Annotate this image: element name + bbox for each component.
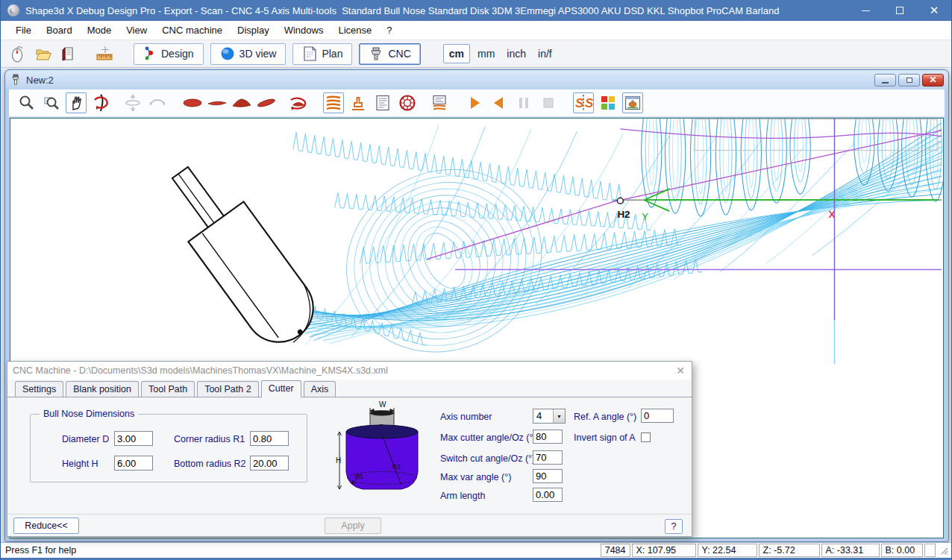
flip-rotate-icon: [288, 93, 309, 113]
bottom-radius-input[interactable]: [250, 456, 289, 471]
unit-inch[interactable]: inch: [502, 45, 530, 63]
menu-help[interactable]: ?: [379, 22, 399, 39]
menu-file[interactable]: File: [8, 22, 39, 39]
disc-icon: [398, 93, 417, 113]
tab-tool-path[interactable]: Tool Path: [141, 381, 195, 397]
pan-button[interactable]: [66, 92, 87, 113]
pause-icon: [516, 95, 531, 110]
doc-close-button[interactable]: ✕: [922, 74, 944, 86]
switch-cut-angle-input[interactable]: [533, 450, 563, 465]
status-y: Y: 22.54: [698, 544, 757, 557]
cnc-view-button[interactable]: CNC: [359, 43, 420, 65]
minimize-button[interactable]: [848, 0, 883, 21]
doc-restore-button[interactable]: [898, 74, 920, 86]
simulate-backward-button[interactable]: [489, 92, 510, 113]
gcode-listing-button[interactable]: [372, 92, 393, 113]
diagram-r1-label: R1: [355, 473, 363, 480]
unit-cm[interactable]: cm: [443, 44, 470, 63]
save-button[interactable]: [56, 43, 81, 65]
color-settings-button[interactable]: [598, 92, 619, 113]
toolpath-list-icon: [430, 94, 448, 112]
symmetry-icon: S S: [574, 93, 593, 113]
tab-blank-position[interactable]: Blank position: [66, 381, 139, 397]
invert-sign-checkbox[interactable]: [641, 432, 651, 442]
measure-tool-button[interactable]: [92, 43, 117, 65]
menu-license[interactable]: License: [331, 22, 379, 39]
title-bar: Shape3d X Debug Design Pro - Export - Sc…: [1, 0, 951, 21]
apply-button: Apply: [325, 517, 381, 534]
unit-in-f[interactable]: in/f: [533, 45, 557, 63]
speed-profile-button[interactable]: [397, 92, 418, 113]
ref-a-angle-input[interactable]: [641, 409, 674, 423]
status-x: X: 107.95: [632, 544, 696, 557]
max-cutter-angle-input[interactable]: [533, 430, 563, 444]
design-view-label: Design: [161, 48, 194, 60]
resize-grip[interactable]: [939, 546, 948, 555]
plan-view-button[interactable]: Plan: [292, 43, 352, 65]
zoom-window-button[interactable]: [41, 92, 62, 113]
doc-minimize-button[interactable]: [874, 74, 896, 86]
stop-button: [538, 92, 559, 113]
menu-board[interactable]: Board: [39, 22, 80, 39]
menu-display[interactable]: Display: [230, 22, 277, 39]
dialog-close-icon[interactable]: ✕: [669, 362, 692, 380]
flip-board-button[interactable]: [288, 92, 309, 113]
diagram-w-label: W: [379, 400, 386, 409]
cnc-view-label: CNC: [388, 48, 410, 60]
pause-button: [513, 92, 534, 113]
board-bottom-view-button[interactable]: [182, 92, 203, 113]
status-help-text: Press F1 for help: [5, 545, 76, 556]
tab-cutter[interactable]: Cutter: [261, 380, 301, 397]
3d-view-button[interactable]: 3D view: [210, 43, 286, 65]
board-perspective-view-button[interactable]: [256, 92, 277, 113]
dropdown-arrow-icon: ▼: [553, 409, 565, 423]
toolpath-mesh: [256, 119, 943, 386]
simulate-forward-button[interactable]: [464, 92, 485, 113]
status-bar: Press F1 for help 7484 X: 107.95 Y: 22.5…: [1, 542, 951, 560]
axis-number-select[interactable]: 4 ▼: [533, 409, 566, 424]
design-view-button[interactable]: Design: [134, 43, 204, 65]
document-title-bar: New:2 ✕: [5, 70, 948, 89]
tab-settings[interactable]: Settings: [15, 381, 63, 397]
symmetry-button[interactable]: S S: [573, 92, 594, 113]
board-deck-view-button[interactable]: [231, 92, 252, 113]
menu-cnc-machine[interactable]: CNC machine: [154, 22, 230, 39]
max-var-angle-input[interactable]: [533, 469, 563, 483]
toolpath-listing-button[interactable]: [429, 92, 450, 113]
svg-text:S: S: [585, 96, 593, 110]
tab-axis[interactable]: Axis: [304, 381, 336, 397]
menu-view[interactable]: View: [119, 22, 154, 39]
zoom-button[interactable]: [16, 92, 37, 113]
move-vertical-icon: [123, 93, 143, 113]
reduce-button[interactable]: Reduce<<: [13, 517, 79, 534]
arm-length-input[interactable]: [533, 488, 563, 502]
bull-nose-group: Bull Nose Dimensions Diameter D Corner r…: [30, 414, 307, 482]
open-file-button[interactable]: [31, 43, 56, 65]
cutter-diagram: D W R1 R2 H: [336, 400, 425, 496]
corner-radius-input[interactable]: [250, 431, 289, 446]
diameter-input[interactable]: [114, 431, 153, 446]
close-button[interactable]: ✕: [917, 0, 951, 21]
application-window: Shape3d X Debug Design Pro - Export - Sc…: [0, 0, 952, 560]
machine-simulation-button[interactable]: [348, 92, 369, 113]
toolpath-lines-button[interactable]: [323, 92, 344, 113]
save-book-icon: [60, 45, 78, 63]
board-profile-view-button[interactable]: [207, 92, 228, 113]
rotate-view-button[interactable]: [90, 92, 111, 113]
axis-number-label: Axis number: [440, 412, 492, 422]
dialog-title: CNC Machine - D:\Documents\S3d models\Ma…: [13, 365, 388, 376]
menu-windows[interactable]: Windows: [277, 22, 331, 39]
height-input[interactable]: [114, 456, 153, 471]
tab-tool-path-2[interactable]: Tool Path 2: [197, 381, 259, 397]
machine-window-icon: [624, 94, 642, 112]
pointer-tool-button[interactable]: [5, 43, 31, 65]
maximize-button[interactable]: [883, 0, 917, 21]
unit-selector: cm mm inch in/f: [443, 44, 557, 63]
height-label: Height H: [62, 459, 98, 469]
machine-window-button[interactable]: [622, 92, 643, 113]
dialog-help-button[interactable]: ?: [665, 519, 683, 534]
document-toolbar: S S: [9, 89, 945, 117]
menu-mode[interactable]: Mode: [80, 22, 119, 39]
unit-mm[interactable]: mm: [473, 45, 499, 63]
gcode-document-icon: [374, 94, 392, 112]
